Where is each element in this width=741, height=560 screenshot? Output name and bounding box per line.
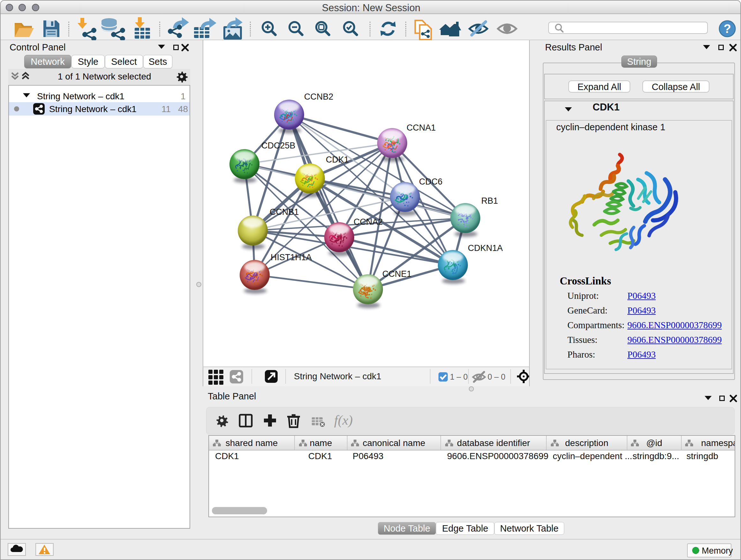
svg-text:CDC6: CDC6 bbox=[419, 177, 443, 186]
svg-text:CCNA2: CCNA2 bbox=[354, 217, 383, 227]
svg-text:CDC25B: CDC25B bbox=[261, 141, 295, 150]
svg-text:f(x): f(x) bbox=[334, 413, 353, 428]
svg-text:CCNB2: CCNB2 bbox=[304, 92, 333, 102]
svg-text:CDK1: CDK1 bbox=[326, 155, 349, 165]
svg-text:HIST1H1A: HIST1H1A bbox=[271, 253, 312, 262]
svg-text:CDKN1A: CDKN1A bbox=[468, 243, 503, 253]
svg-text:RB1: RB1 bbox=[481, 196, 498, 206]
svg-text:CCNA1: CCNA1 bbox=[407, 123, 436, 132]
svg-text:CCNE1: CCNE1 bbox=[382, 269, 412, 279]
svg-text:?: ? bbox=[724, 22, 731, 36]
svg-text:CCNB1: CCNB1 bbox=[270, 207, 299, 217]
